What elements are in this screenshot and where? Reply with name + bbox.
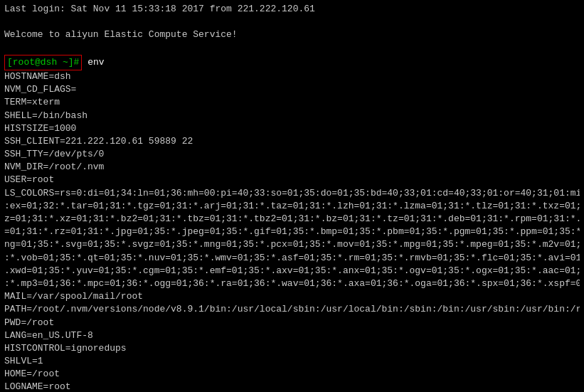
- welcome-line: Welcome to aliyun Elastic Compute Servic…: [4, 28, 580, 41]
- mail-line: MAIL=/var/spool/mail/root: [4, 290, 580, 303]
- ls-colors-line-1: LS_COLORS=rs=0:di=01;34:ln=01;36:mh=00:p…: [4, 187, 580, 200]
- home-line: HOME=/root: [4, 368, 580, 381]
- shlvl-line: SHLVL=1: [4, 355, 580, 368]
- ls-colors-line-6: :*.vob=01;35:*.qt=01;35:*.nuv=01;35:*.wm…: [4, 252, 580, 265]
- lang-line: LANG=en_US.UTF-8: [4, 329, 580, 342]
- ssh-tty-line: SSH_TTY=/dev/pts/0: [4, 148, 580, 161]
- blank-line-2: [4, 42, 580, 55]
- blank-line-1: [4, 16, 580, 28]
- ssh-client-line: SSH_CLIENT=221.222.120.61 59889 22: [4, 135, 580, 148]
- path-line: PATH=/root/.nvm/versions/node/v8.9.1/bin…: [4, 303, 580, 316]
- terminal[interactable]: Last login: Sat Nov 11 15:33:18 2017 fro…: [4, 3, 580, 389]
- pwd-line: PWD=/root: [4, 317, 580, 329]
- prompt-box: [root@dsh ~]#: [4, 55, 82, 70]
- ls-colors-line-4: =01;31:*.rz=01;31:*.jpg=01;35:*.jpeg=01;…: [4, 226, 580, 238]
- user-line: USER=root: [4, 174, 580, 186]
- ls-colors-line-7: .xwd=01;35:*.yuv=01;35:*.cgm=01;35:*.emf…: [4, 265, 580, 277]
- ls-colors-line-8: :*.mp3=01;36:*.mpc=01;36:*.ogg=01;36:*.r…: [4, 277, 580, 290]
- histcontrol-line: HISTCONTROL=ignoredups: [4, 342, 580, 355]
- ls-colors-line-2: :ex=01;32:*.tar=01;31:*.tgz=01;31:*.arj=…: [4, 200, 580, 213]
- histsize-line: HISTSIZE=1000: [4, 122, 580, 135]
- hostname-line: HOSTNAME=dsh: [4, 70, 580, 83]
- ls-colors-line-3: z=01;31:*.xz=01;31:*.bz2=01;31:*.tbz=01;…: [4, 213, 580, 226]
- nvm-cd-flags-line: NVM_CD_FLAGS=: [4, 83, 580, 96]
- prompt-line-1: [root@dsh ~]# env: [4, 55, 580, 70]
- logname-line: LOGNAME=root: [4, 381, 580, 389]
- term-line: TERM=xterm: [4, 96, 580, 109]
- login-line: Last login: Sat Nov 11 15:33:18 2017 fro…: [4, 3, 580, 16]
- nvm-dir-line: NVM_DIR=/root/.nvm: [4, 161, 580, 174]
- shell-line: SHELL=/bin/bash: [4, 110, 580, 122]
- command-text: env: [82, 56, 104, 69]
- ls-colors-line-5: ng=01;35:*.svg=01;35:*.svgz=01;35:*.mng=…: [4, 238, 580, 251]
